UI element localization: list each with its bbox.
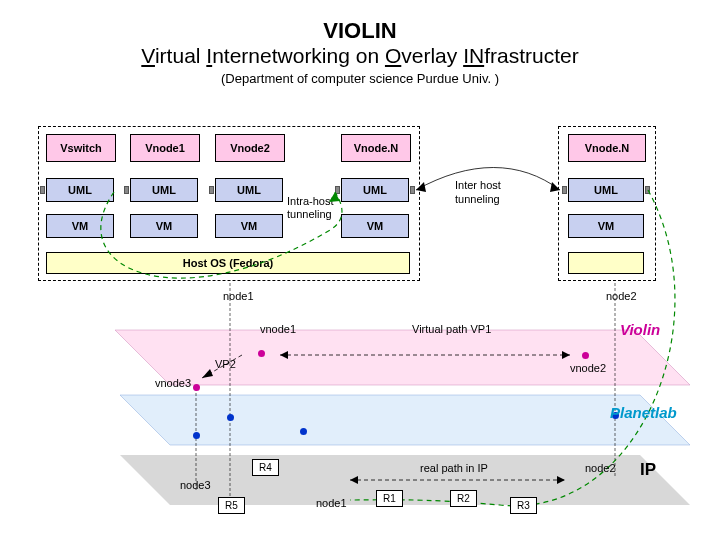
pl-dot-3 [300, 428, 307, 435]
port-tab [335, 186, 340, 194]
vnoden-right-box: Vnode.N [568, 134, 646, 162]
node2-top-label: node2 [606, 290, 637, 302]
r1-box: R1 [376, 490, 403, 507]
subtitle-irtual: irtual [155, 44, 206, 67]
vnode2-dot [582, 352, 589, 359]
subtitle-in: IN [463, 44, 484, 67]
vnode2-label: vnode2 [570, 362, 606, 374]
port-tab [562, 186, 567, 194]
planetlab-layer-label: Planetlab [610, 404, 677, 421]
subtitle-verlay: verlay [401, 44, 463, 67]
svg-marker-1 [120, 395, 690, 445]
subtitle: Virtual Internetworking on Overlay INfra… [0, 44, 720, 68]
vnode2-uml: UML [215, 178, 283, 202]
vnode2-vm: VM [215, 214, 283, 238]
vnoden-left-box: Vnode.N [341, 134, 411, 162]
department-label: (Department of computer science Purdue U… [0, 71, 720, 86]
vnode3-dot [193, 384, 200, 391]
svg-marker-2 [115, 330, 690, 385]
vnode1-uml: UML [130, 178, 198, 202]
inter-host-label: Inter host tunneling [455, 178, 525, 206]
port-tab [124, 186, 129, 194]
r4-box: R4 [252, 459, 279, 476]
port-tab [410, 186, 415, 194]
title-main: VIOLIN [0, 0, 720, 44]
r3-box: R3 [510, 497, 537, 514]
vnode1-dot [258, 350, 265, 357]
vnoden-right-uml: UML [568, 178, 644, 202]
subtitle-v: V [141, 44, 155, 67]
svg-marker-13 [350, 476, 358, 484]
port-tab [40, 186, 45, 194]
vnode1-label: vnode1 [260, 323, 296, 335]
vnoden-right-vm: VM [568, 214, 644, 238]
vnoden-left-uml: UML [341, 178, 409, 202]
node1-top-label: node1 [223, 290, 254, 302]
violin-layer-label: Violin [620, 321, 660, 338]
vswitch-vm: VM [46, 214, 114, 238]
vswitch-box: Vswitch [46, 134, 116, 162]
host-os-right [568, 252, 644, 274]
subtitle-o: O [385, 44, 401, 67]
r2-box: R2 [450, 490, 477, 507]
svg-marker-10 [202, 369, 213, 378]
vnoden-left-vm: VM [341, 214, 409, 238]
vswitch-uml: UML [46, 178, 114, 202]
vnode3-label: vnode3 [155, 377, 191, 389]
port-tab [209, 186, 214, 194]
pl-dot-2 [193, 432, 200, 439]
node1-ip-label: node1 [316, 497, 347, 509]
ip-layer-label: IP [640, 460, 656, 480]
host-os-left: Host OS (Fedora) [46, 252, 410, 274]
vnode1-vm: VM [130, 214, 198, 238]
svg-marker-12 [557, 476, 565, 484]
node2-ip-label: node2 [585, 462, 616, 474]
r5-box: R5 [218, 497, 245, 514]
svg-marker-8 [562, 351, 570, 359]
vnode1-box: Vnode1 [130, 134, 200, 162]
subtitle-frastructer: frastructer [484, 44, 579, 67]
vnode2-box: Vnode2 [215, 134, 285, 162]
pl-dot-1 [227, 414, 234, 421]
port-tab [645, 186, 650, 194]
real-path-label: real path in IP [420, 462, 488, 474]
node3-label: node3 [180, 479, 211, 491]
subtitle-nternetworking: nternetworking on [212, 44, 385, 67]
vp1-label: Virtual path VP1 [412, 323, 491, 335]
vp2-label: VP2 [215, 358, 236, 370]
intra-host-label: Intra-host tunneling [287, 195, 342, 221]
svg-marker-7 [280, 351, 288, 359]
